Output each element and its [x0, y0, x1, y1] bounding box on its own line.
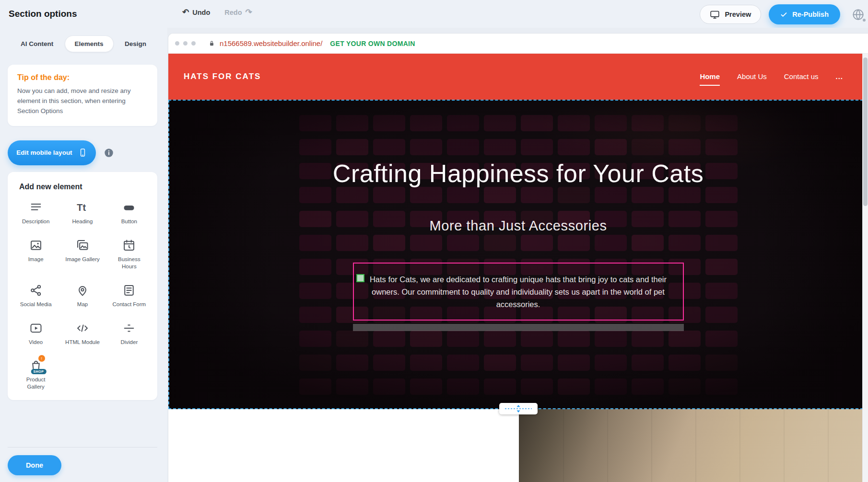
- lock-icon: [208, 40, 215, 47]
- history-controls: ↶ Undo Redo ↷: [182, 8, 252, 16]
- divider-icon: [122, 321, 136, 335]
- shop-badge: SHOP: [31, 369, 46, 374]
- language-globe-button[interactable]: [849, 5, 867, 23]
- image-icon: [29, 239, 43, 252]
- element-video[interactable]: Video: [12, 321, 59, 346]
- element-product-gallery[interactable]: SHOP ↑ Product Gallery: [12, 359, 59, 390]
- window-dot: [183, 41, 188, 46]
- business-hours-icon: [122, 239, 136, 252]
- upgrade-badge-icon: ↑: [38, 355, 45, 362]
- nav-about-us[interactable]: About Us: [737, 72, 767, 81]
- edit-mobile-layout-button[interactable]: Edit mobile layout: [8, 140, 96, 165]
- resize-arrows-icon: [503, 404, 534, 413]
- hero-content: Crafting Happiness for Your Cats More th…: [169, 101, 867, 408]
- topbar-actions: Preview Re-Publish: [700, 4, 840, 24]
- mobile-layout-row: Edit mobile layout: [8, 140, 157, 165]
- drop-indicator-strip: [353, 324, 684, 331]
- browser-chrome-bar: n1566589.websitebuilder.online/ GET YOUR…: [168, 34, 868, 54]
- section-options-sidebar: AI Content Elements Design Tip of the da…: [0, 28, 167, 482]
- redo-button[interactable]: Redo ↷: [224, 8, 252, 16]
- page-title: Section options: [9, 9, 77, 19]
- sidebar-footer: Done: [0, 447, 167, 482]
- map-icon: [76, 284, 89, 297]
- site-header[interactable]: Hats for Cats Home About Us Contact us .…: [168, 54, 868, 100]
- element-description[interactable]: Description: [12, 201, 59, 225]
- monitor-icon: [710, 10, 720, 20]
- info-button[interactable]: [104, 148, 114, 158]
- hero-heading[interactable]: Crafting Happiness for Your Cats: [333, 154, 704, 193]
- tip-of-the-day-card: Tip of the day: Now you can add, move an…: [8, 65, 157, 126]
- site-preview: Hats for Cats Home About Us Contact us .…: [168, 54, 868, 482]
- hero-paragraph[interactable]: Hats for Cats, we are dedicated to craft…: [361, 273, 676, 311]
- svg-text:Tt: Tt: [77, 202, 86, 213]
- next-section[interactable]: [168, 409, 868, 482]
- check-icon: [780, 11, 787, 18]
- tab-ai-content[interactable]: AI Content: [11, 36, 63, 52]
- redo-icon: ↷: [246, 8, 252, 16]
- site-logo[interactable]: Hats for Cats: [184, 72, 261, 81]
- republish-button[interactable]: Re-Publish: [769, 4, 840, 24]
- tip-title: Tip of the day:: [17, 73, 148, 82]
- add-element-panel: Add new element Description Tt Heading B…: [8, 172, 157, 401]
- nav-contact-us[interactable]: Contact us: [784, 72, 819, 81]
- done-button[interactable]: Done: [8, 455, 61, 475]
- get-domain-link[interactable]: GET YOUR OWN DOMAIN: [330, 40, 415, 47]
- site-url: n1566589.websitebuilder.online/: [220, 39, 322, 47]
- social-media-icon: [29, 284, 43, 297]
- page-scrollbar[interactable]: [862, 54, 868, 482]
- paragraph-selection-box[interactable]: Hats for Cats, we are dedicated to craft…: [353, 263, 684, 321]
- element-image[interactable]: Image: [12, 239, 59, 270]
- republish-label: Re-Publish: [792, 11, 829, 18]
- editor-canvas-area: n1566589.websitebuilder.online/ GET YOUR…: [167, 28, 868, 482]
- globe-icon: [852, 8, 865, 21]
- html-module-icon: [76, 321, 89, 335]
- nav-more-button[interactable]: ...: [835, 72, 843, 81]
- window-dot: [191, 41, 196, 46]
- resize-handle[interactable]: [356, 274, 364, 282]
- window-dot: [175, 41, 179, 46]
- nav-home[interactable]: Home: [700, 72, 720, 81]
- section-resize-handle[interactable]: [499, 403, 538, 414]
- element-grid: Description Tt Heading Button Image: [12, 201, 152, 391]
- window-controls: [175, 41, 196, 46]
- paving-photo: [519, 409, 868, 482]
- redo-label: Redo: [224, 9, 242, 16]
- scrollbar-thumb[interactable]: [863, 57, 868, 206]
- browser-window: n1566589.websitebuilder.online/ GET YOUR…: [168, 34, 868, 482]
- element-map[interactable]: Map: [59, 284, 106, 308]
- undo-label: Undo: [192, 9, 210, 16]
- footer-divider: [8, 447, 157, 448]
- heading-icon: Tt: [76, 201, 89, 214]
- element-image-gallery[interactable]: Image Gallery: [59, 239, 106, 270]
- app-topbar: Section options ↶ Undo Redo ↷ Preview Re…: [0, 0, 868, 28]
- button-icon: [122, 201, 136, 214]
- image-gallery-icon: [76, 239, 89, 252]
- site-nav: Home About Us Contact us ...: [700, 72, 843, 81]
- element-business-hours[interactable]: Business Hours: [106, 239, 152, 270]
- preview-label: Preview: [725, 11, 751, 18]
- description-icon: [29, 201, 43, 214]
- element-contact-form[interactable]: Contact Form: [106, 284, 152, 308]
- element-html-module[interactable]: HTML Module: [59, 321, 106, 346]
- phone-icon: [78, 148, 87, 157]
- tip-body: Now you can add, move and resize any ele…: [17, 86, 148, 116]
- element-social-media[interactable]: Social Media: [12, 284, 59, 308]
- preview-button[interactable]: Preview: [700, 5, 761, 24]
- sidebar-tabs: AI Content Elements Design: [8, 35, 159, 52]
- undo-icon: ↶: [182, 8, 189, 16]
- video-icon: [29, 321, 43, 335]
- contact-form-icon: [122, 284, 136, 297]
- info-icon: [104, 148, 114, 158]
- element-divider[interactable]: Divider: [106, 321, 152, 346]
- add-element-title: Add new element: [19, 183, 152, 191]
- tab-elements[interactable]: Elements: [65, 35, 114, 52]
- undo-button[interactable]: ↶ Undo: [182, 8, 210, 16]
- hero-subheading[interactable]: More than Just Accessories: [429, 218, 607, 234]
- tab-design[interactable]: Design: [115, 36, 156, 52]
- globe-badge: [863, 19, 866, 22]
- element-button[interactable]: Button: [106, 201, 152, 225]
- product-gallery-icon: SHOP ↑: [29, 359, 43, 372]
- edit-mobile-label: Edit mobile layout: [16, 149, 72, 156]
- hero-section-selected[interactable]: Crafting Happiness for Your Cats More th…: [168, 100, 868, 409]
- element-heading[interactable]: Tt Heading: [59, 201, 106, 225]
